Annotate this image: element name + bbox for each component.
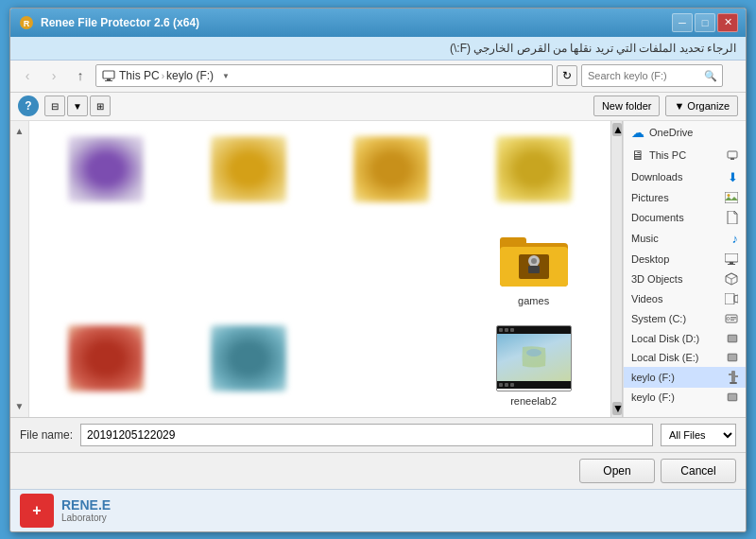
help-button[interactable]: ?	[18, 96, 39, 116]
address-dropdown-button[interactable]: ▼	[217, 66, 234, 85]
list-item[interactable]	[39, 130, 174, 212]
sidebar-item-locale[interactable]: Local Disk (E:)	[624, 348, 746, 367]
window-controls: ─ □ ✕	[672, 13, 738, 32]
sidebar-item-locald[interactable]: Local Disk (D:)	[624, 329, 746, 348]
open-button[interactable]: Open	[579, 459, 655, 483]
forward-button[interactable]: ›	[43, 64, 65, 87]
cancel-button[interactable]: Cancel	[661, 459, 736, 483]
pictures-icon	[725, 192, 738, 203]
sidebar-item-videos[interactable]: Videos	[624, 289, 746, 308]
svg-text:R: R	[24, 19, 30, 28]
nav-item-label: Local Disk (E:)	[631, 352, 722, 363]
file-label: reneelab2	[510, 395, 557, 407]
brand-name: RENE.E	[61, 497, 111, 513]
empty-cell	[324, 320, 459, 412]
breadcrumb-thispc[interactable]: This PC	[119, 69, 160, 82]
list-item[interactable]	[39, 320, 174, 412]
filename-input[interactable]	[80, 424, 653, 446]
onedrive-icon: ☁	[631, 125, 644, 140]
svg-marker-24	[734, 295, 738, 303]
nav-item-label: System (C:)	[631, 313, 720, 324]
view-down-button[interactable]: ▼	[67, 96, 88, 116]
organize-label: Organize	[687, 100, 730, 112]
usb-icon	[729, 371, 738, 384]
sidebar-item-downloads[interactable]: Downloads ⬇	[624, 166, 746, 188]
svg-point-16	[728, 194, 730, 197]
sidebar-item-onedrive[interactable]: ☁ OneDrive	[624, 121, 746, 144]
nav-item-label: Downloads	[631, 171, 723, 183]
brand-sub: Laboratory	[61, 513, 111, 523]
view-grid-button[interactable]: ⊞	[90, 96, 111, 116]
navigation-bar: ‹ › ↑ This PC › keylo (F:) ▼ ↻ 🔍	[10, 61, 746, 93]
filetype-dropdown[interactable]: All Files	[661, 424, 736, 446]
nav-item-label: OneDrive	[649, 127, 738, 138]
instruction-text: الرجاء تحديد الملفات التي تريد نقلها من …	[450, 42, 736, 55]
list-item[interactable]: games	[466, 219, 601, 312]
thumbnail	[211, 325, 286, 391]
list-item[interactable]	[181, 320, 317, 412]
footer-brand: + RENE.E Laboratory	[10, 489, 746, 531]
left-scroll: ▲ ▼	[10, 121, 29, 417]
locald-icon	[727, 333, 738, 344]
sidebar-item-music[interactable]: Music ♪	[624, 228, 746, 250]
list-item[interactable]	[324, 130, 459, 212]
close-button[interactable]: ✕	[717, 13, 738, 32]
scroll-up-btn[interactable]: ▲	[612, 123, 622, 136]
sidebar-item-3dobjects[interactable]: 3D Objects	[624, 269, 746, 289]
nav-item-label: Videos	[631, 293, 720, 304]
minimize-button[interactable]: ─	[672, 13, 693, 32]
svg-rect-23	[725, 293, 734, 304]
action-bar: Open Cancel	[10, 452, 746, 489]
empty-cell	[39, 219, 174, 312]
breadcrumb: This PC › keylo (F:)	[119, 69, 214, 82]
back-button[interactable]: ‹	[16, 64, 39, 87]
list-item[interactable]	[181, 130, 317, 212]
sidebar-item-desktop[interactable]: Desktop	[624, 250, 746, 269]
scroll-up-arrow[interactable]: ▲	[13, 125, 26, 138]
nav-item-label: Documents	[631, 212, 722, 223]
up-button[interactable]: ↑	[69, 64, 92, 87]
svg-rect-4	[105, 80, 112, 81]
sidebar-item-keylof-active[interactable]: keylo (F:)	[624, 367, 746, 388]
view-buttons: ⊟ ▼ ⊞	[44, 96, 111, 116]
scroll-down-arrow[interactable]: ▼	[13, 400, 26, 413]
svg-rect-37	[735, 375, 738, 377]
locale-icon	[727, 352, 738, 363]
sidebar-item-keylof2[interactable]: keylo (F:)	[624, 388, 746, 407]
brand-text-container: RENE.E Laboratory	[61, 497, 111, 523]
sidebar-item-systemc[interactable]: System (C:)	[624, 308, 746, 329]
videos-icon	[725, 293, 738, 304]
maximize-button[interactable]: □	[695, 13, 715, 32]
nav-item-label: Pictures	[631, 192, 720, 203]
refresh-button[interactable]: ↻	[557, 65, 577, 86]
brand-logo: +	[20, 494, 54, 528]
file-grid: games	[29, 121, 610, 417]
systemc-icon	[725, 312, 738, 325]
scroll-down-btn[interactable]: ▼	[612, 402, 622, 415]
3d-icon	[725, 272, 738, 286]
keylof2-icon	[727, 391, 738, 403]
list-item[interactable]	[466, 130, 601, 212]
bottom-bar: File name: All Files	[10, 417, 746, 452]
list-item[interactable]: reneelab2	[466, 320, 601, 412]
organize-button[interactable]: ▼ Organize	[665, 96, 738, 116]
plus-icon: +	[32, 502, 41, 519]
search-input[interactable]	[581, 64, 723, 87]
svg-rect-19	[728, 264, 735, 265]
svg-rect-17	[725, 253, 738, 262]
nav-item-label: Music	[631, 233, 728, 244]
thumbnail	[211, 136, 286, 202]
sidebar-item-thispc[interactable]: 🖥 This PC	[624, 144, 746, 166]
svg-rect-15	[725, 192, 738, 203]
new-folder-button[interactable]: New folder	[593, 96, 661, 116]
sidebar-item-documents[interactable]: Documents	[624, 207, 746, 228]
svg-rect-18	[730, 262, 733, 264]
breadcrumb-drive[interactable]: keylo (F:)	[166, 69, 214, 82]
svg-marker-21	[726, 273, 737, 279]
video-thumbnail	[496, 325, 572, 391]
view-panel-button[interactable]: ⊟	[44, 96, 65, 116]
filename-label: File name:	[20, 428, 73, 442]
sidebar-item-pictures[interactable]: Pictures	[624, 188, 746, 207]
nav-item-label: This PC	[649, 149, 722, 161]
address-bar: This PC › keylo (F:) ▼	[95, 64, 553, 87]
